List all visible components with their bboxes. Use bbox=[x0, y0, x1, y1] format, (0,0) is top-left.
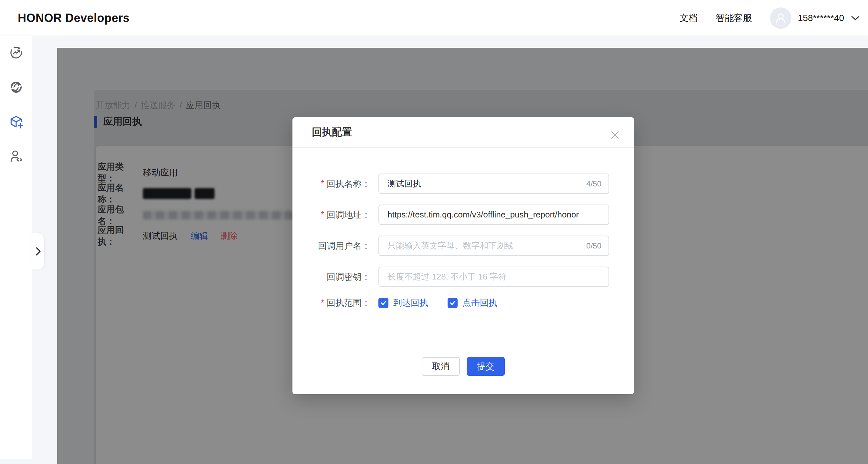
nav-docs-link[interactable]: 文档 bbox=[680, 12, 698, 24]
callback-secret-row: 回调密钥： bbox=[292, 267, 634, 287]
close-icon bbox=[610, 130, 620, 140]
left-sidebar bbox=[0, 36, 32, 459]
checkbox-checked-icon[interactable] bbox=[447, 298, 458, 308]
dialog-body: * 回执名称： 4/50 * 回调地址： 回调用户名： 0/50 bbox=[292, 148, 634, 308]
app-cube-plus-icon bbox=[9, 114, 24, 129]
callback-username-input[interactable] bbox=[378, 236, 609, 256]
receipt-name-counter: 4/50 bbox=[586, 179, 601, 188]
sidebar-item-data[interactable] bbox=[9, 80, 24, 95]
checkbox-arrival-receipt[interactable]: 到达回执 bbox=[378, 297, 428, 309]
dialog-header: 回执配置 bbox=[292, 117, 634, 148]
callback-url-row: * 回调地址： bbox=[292, 205, 634, 225]
receipt-scope-row: * 回执范围： 到达回执 点击回执 bbox=[292, 298, 634, 308]
click-receipt-label[interactable]: 点击回执 bbox=[462, 297, 497, 309]
required-asterisk: * bbox=[320, 298, 324, 308]
receipt-config-dialog: 回执配置 * 回执名称： 4/50 * 回调地址： bbox=[292, 117, 634, 394]
receipt-name-input[interactable] bbox=[378, 174, 609, 194]
arrival-receipt-label[interactable]: 到达回执 bbox=[393, 297, 428, 309]
developer-icon bbox=[9, 149, 24, 164]
data-donut-icon bbox=[9, 80, 24, 95]
callback-username-row: 回调用户名： 0/50 bbox=[292, 236, 634, 256]
avatar-person-icon bbox=[774, 12, 787, 25]
required-asterisk: * bbox=[320, 210, 324, 220]
receipt-name-label: 回执名称： bbox=[327, 178, 370, 190]
required-asterisk: * bbox=[320, 179, 324, 189]
receipt-name-row: * 回执名称： 4/50 bbox=[292, 174, 634, 194]
callback-username-counter: 0/50 bbox=[586, 241, 601, 250]
callback-url-label: 回调地址： bbox=[327, 209, 370, 221]
sidebar-item-analytics[interactable] bbox=[9, 45, 24, 60]
chevron-down-icon[interactable] bbox=[851, 16, 860, 21]
user-menu[interactable]: 158******40 bbox=[770, 7, 860, 29]
callback-secret-label: 回调密钥： bbox=[327, 271, 370, 283]
nav-support-link[interactable]: 智能客服 bbox=[716, 12, 752, 24]
callback-url-input[interactable] bbox=[378, 205, 609, 225]
receipt-scope-label: 回执范围： bbox=[327, 297, 370, 309]
chevron-right-icon bbox=[34, 247, 42, 256]
dialog-footer: 取消 提交 bbox=[292, 357, 634, 376]
close-button[interactable] bbox=[609, 129, 621, 141]
cancel-button[interactable]: 取消 bbox=[422, 357, 460, 376]
submit-button[interactable]: 提交 bbox=[467, 357, 505, 376]
analytics-icon bbox=[9, 45, 24, 60]
callback-secret-input[interactable] bbox=[378, 267, 609, 287]
avatar[interactable] bbox=[770, 7, 792, 29]
sidebar-item-app-services[interactable] bbox=[9, 114, 24, 129]
callback-username-label: 回调用户名： bbox=[318, 240, 370, 252]
dialog-title: 回执配置 bbox=[312, 125, 352, 139]
checkbox-checked-icon[interactable] bbox=[378, 298, 389, 308]
top-header: HONOR Developers 文档 智能客服 158******40 bbox=[0, 0, 868, 36]
header-right-nav: 文档 智能客服 158******40 bbox=[680, 0, 860, 36]
sidebar-expand-button[interactable] bbox=[32, 233, 44, 270]
sidebar-item-developer[interactable] bbox=[9, 149, 24, 164]
honor-developers-logo: HONOR Developers bbox=[18, 0, 130, 36]
checkbox-click-receipt[interactable]: 点击回执 bbox=[447, 297, 497, 309]
user-phone-label: 158******40 bbox=[798, 13, 844, 23]
